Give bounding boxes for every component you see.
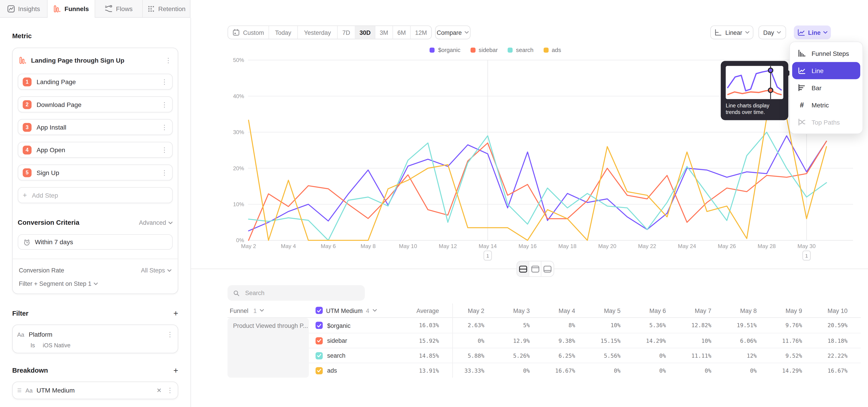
- funnel-step-5[interactable]: 5Sign Up⋮: [18, 164, 173, 181]
- table-series-sidebar[interactable]: sidebar: [309, 333, 388, 348]
- step-number-badge: 1: [23, 77, 31, 86]
- step-kebab-icon[interactable]: ⋮: [161, 123, 168, 131]
- chevron-down-icon: [777, 31, 781, 34]
- legend-label: sidebar: [479, 46, 498, 53]
- series-checkbox[interactable]: [315, 307, 323, 314]
- layout-toggle-group: [517, 261, 554, 277]
- search-input[interactable]: [244, 289, 360, 296]
- line-chart-icon: [797, 28, 805, 37]
- table-value: 22.22%: [815, 348, 861, 363]
- range-3m-button[interactable]: 3M: [375, 26, 393, 39]
- y-axis-tick: 50%: [233, 57, 244, 63]
- filter-kebab-icon[interactable]: ⋮: [166, 331, 173, 338]
- conversion-window-button[interactable]: Within 7 days: [18, 234, 173, 250]
- funnel-metric-icon: [19, 57, 26, 64]
- funnel-column-header[interactable]: Funnel1: [228, 304, 309, 318]
- table-only-toggle[interactable]: [541, 261, 554, 276]
- step-number-badge: 5: [23, 168, 31, 177]
- chart-type-dropdown[interactable]: Line: [794, 26, 831, 39]
- range-today-button[interactable]: Today: [269, 26, 298, 39]
- menu-item-line[interactable]: Line: [792, 62, 860, 79]
- tab-label: Insights: [18, 5, 40, 12]
- x-axis-tick: May 28: [758, 243, 776, 249]
- filter-property: Platform: [29, 331, 162, 338]
- funnel-menu-kebab-icon[interactable]: ⋮: [165, 57, 172, 64]
- drag-handle-icon[interactable]: ☰: [17, 387, 22, 393]
- chart-type-menu: Funnel StepsLineBar#MetricTop Paths: [789, 41, 863, 134]
- step-label: Landing Page: [37, 79, 156, 85]
- step-kebab-icon[interactable]: ⋮: [161, 146, 168, 154]
- funnel-step-1[interactable]: 1Landing Page⋮: [18, 74, 173, 90]
- tab-funnels[interactable]: Funnels: [48, 0, 95, 18]
- menu-item-funnel-steps[interactable]: Funnel Steps: [792, 45, 860, 62]
- advanced-dropdown[interactable]: Advanced: [139, 219, 173, 226]
- x-axis-tick: May 10: [399, 243, 417, 249]
- tab-insights[interactable]: Insights: [0, 0, 48, 18]
- scale-dropdown[interactable]: Linear: [710, 26, 753, 39]
- x-axis-tick: May 22: [638, 243, 656, 249]
- series-checkbox[interactable]: [315, 352, 323, 359]
- funnel-step-3[interactable]: 3App Install⋮: [18, 119, 173, 135]
- add-step-button[interactable]: + Add Step: [18, 187, 173, 203]
- series-checkbox[interactable]: [315, 367, 323, 374]
- filter-value[interactable]: iOS Native: [43, 342, 70, 348]
- step-kebab-icon[interactable]: ⋮: [161, 78, 168, 86]
- granularity-dropdown[interactable]: Day: [758, 26, 786, 39]
- filter-operator[interactable]: Is: [31, 342, 35, 348]
- table-series-organic[interactable]: $organic: [309, 318, 388, 333]
- tab-retention[interactable]: Retention: [143, 0, 191, 18]
- table-average-value: 13.91%: [388, 363, 452, 378]
- conversion-rate-dropdown[interactable]: All Steps: [141, 267, 172, 273]
- step-label: App Install: [37, 124, 156, 130]
- range-7d-button[interactable]: 7D: [338, 26, 355, 39]
- step-kebab-icon[interactable]: ⋮: [161, 100, 168, 108]
- funnel-step-2[interactable]: 2Download Page⋮: [18, 96, 173, 113]
- table-series-ads[interactable]: ads: [309, 363, 388, 378]
- chevron-down-icon: [168, 221, 173, 224]
- legend-item-organic[interactable]: $organic: [430, 46, 460, 53]
- table-value: 19.51%: [725, 318, 770, 333]
- metric-icon: #: [798, 101, 806, 109]
- step-kebab-icon[interactable]: ⋮: [161, 169, 168, 176]
- compare-button[interactable]: Compare: [435, 26, 471, 39]
- menu-item-bar[interactable]: Bar: [792, 79, 860, 96]
- date-column-header: May 3: [498, 304, 543, 318]
- table-value: 10%: [588, 318, 634, 333]
- y-axis-tick: 10%: [233, 201, 244, 207]
- split-view-toggle[interactable]: [517, 261, 529, 276]
- remove-breakdown-icon[interactable]: ✕: [157, 387, 162, 394]
- range-custom-button[interactable]: Custom: [228, 26, 269, 39]
- legend-item-search[interactable]: search: [508, 46, 533, 53]
- tab-flows[interactable]: Flows: [95, 0, 143, 18]
- funnel-steps-list: 1Landing Page⋮2Download Page⋮3App Instal…: [18, 74, 173, 181]
- legend-swatch: [508, 47, 513, 52]
- breakdown-column-header[interactable]: UTM Medium4: [309, 304, 388, 318]
- filter-card[interactable]: Aa Platform ⋮ Is iOS Native: [12, 324, 178, 353]
- funnel-step-4[interactable]: 4App Open⋮: [18, 142, 173, 158]
- chevron-down-icon: [94, 282, 98, 285]
- filter-segment-toggle[interactable]: Filter + Segment on Step 1: [19, 280, 98, 287]
- menu-item-metric[interactable]: #Metric: [792, 96, 860, 114]
- split-view-icon: [518, 265, 527, 273]
- range-6m-button[interactable]: 6M: [393, 26, 411, 39]
- legend-item-sidebar[interactable]: sidebar: [470, 46, 498, 53]
- table-value: 14.29%: [634, 333, 679, 348]
- breakdown-table: Funnel1UTM Medium4AverageMay 2May 3May 4…: [228, 304, 861, 378]
- breakdown-card[interactable]: ☰ Aa UTM Medium ✕ ⋮: [12, 381, 178, 399]
- y-axis-tick: 30%: [233, 129, 244, 135]
- bar-icon: [798, 84, 806, 92]
- add-filter-button[interactable]: +: [174, 311, 178, 316]
- range-12m-button[interactable]: 12M: [411, 26, 431, 39]
- range-yesterday-button[interactable]: Yesterday: [298, 26, 338, 39]
- range-30d-button[interactable]: 30D: [355, 26, 375, 39]
- legend-item-ads[interactable]: ads: [544, 46, 561, 53]
- add-breakdown-button[interactable]: +: [174, 368, 178, 373]
- series-checkbox[interactable]: [315, 322, 323, 329]
- breakdown-kebab-icon[interactable]: ⋮: [166, 386, 173, 394]
- table-series-search[interactable]: search: [309, 348, 388, 363]
- table-average-value: 16.03%: [388, 318, 452, 333]
- series-checkbox[interactable]: [315, 337, 323, 344]
- date-column-header: May 8: [725, 304, 770, 318]
- tab-label: Flows: [116, 5, 133, 12]
- chart-only-toggle[interactable]: [529, 261, 541, 276]
